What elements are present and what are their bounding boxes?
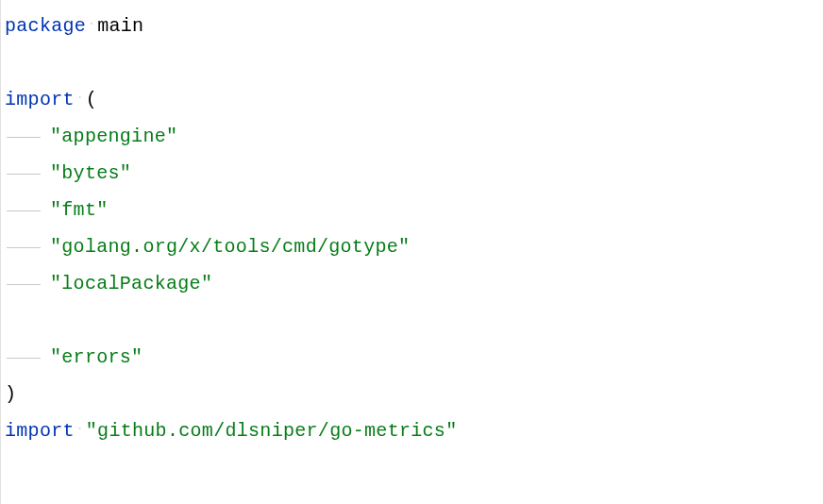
whitespace-indicator: · — [75, 419, 86, 441]
import-string: "fmt" — [50, 192, 109, 228]
code-line-1[interactable]: package·main — [5, 8, 823, 44]
whitespace-indicator: · — [75, 88, 86, 109]
keyword-import: import — [5, 81, 75, 118]
package-name: main — [97, 8, 143, 44]
code-line-import-3[interactable]: "golang.org/x/tools/cmd/gotype" — [5, 228, 823, 265]
import-string: "github.com/dlsniper/go-metrics" — [86, 412, 458, 449]
code-line-2-blank[interactable] — [5, 44, 823, 81]
code-line-3[interactable]: import·( — [5, 81, 823, 118]
import-string: "golang.org/x/tools/cmd/gotype" — [50, 228, 410, 265]
open-paren: ( — [86, 81, 97, 118]
code-editor[interactable]: package·main import·( "appengine" "bytes… — [5, 8, 823, 449]
whitespace-indicator: · — [86, 14, 97, 36]
code-line-import-2[interactable]: "fmt" — [5, 192, 823, 228]
close-paren: ) — [5, 376, 16, 412]
code-line-blank-indented[interactable] — [5, 302, 823, 339]
code-line-import-1[interactable]: "bytes" — [5, 155, 823, 192]
code-line-import-single[interactable]: import·"github.com/dlsniper/go-metrics" — [5, 412, 823, 449]
code-line-import-errors[interactable]: "errors" — [5, 339, 823, 376]
import-string: "errors" — [50, 339, 143, 376]
code-line-import-4[interactable]: "localPackage" — [5, 265, 823, 302]
code-line-import-0[interactable]: "appengine" — [5, 118, 823, 155]
code-line-close-paren[interactable]: ) — [5, 376, 823, 412]
import-string: "localPackage" — [50, 265, 212, 302]
import-string: "bytes" — [50, 155, 131, 192]
import-string: "appengine" — [50, 118, 177, 155]
keyword-import: import — [5, 412, 75, 449]
keyword-package: package — [5, 8, 86, 44]
